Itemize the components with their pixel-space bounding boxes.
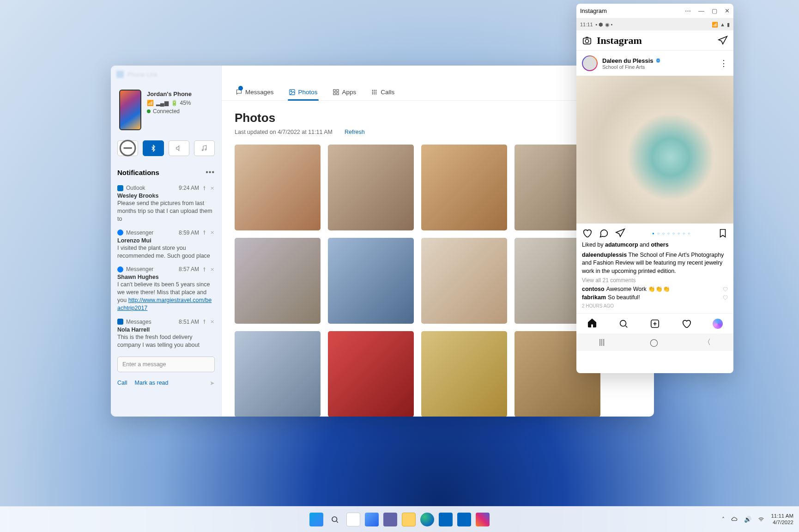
android-status-bar: 11:11 ▪ ⬢ ◉ • 📶▲▮ (576, 18, 733, 30)
photo-thumbnail[interactable] (235, 145, 321, 230)
notifications-more-icon[interactable]: ••• (206, 168, 215, 176)
tab-messages[interactable]: Messages (235, 84, 275, 100)
taskbar-search-icon[interactable] (328, 513, 342, 526)
start-button[interactable] (309, 513, 323, 526)
nav-search-icon[interactable] (618, 319, 629, 329)
tray-volume-icon[interactable]: 🔊 (744, 516, 751, 523)
tray-onedrive-icon[interactable] (731, 516, 738, 523)
tab-photos[interactable]: Photos (288, 84, 319, 100)
nav-profile-avatar[interactable] (713, 319, 723, 329)
taskbar-center (309, 513, 490, 526)
notification-app: Outlook (126, 185, 145, 191)
pin-icon[interactable] (202, 186, 207, 191)
comment-icon[interactable] (599, 228, 609, 238)
photo-thumbnail[interactable] (421, 238, 507, 324)
notification-item[interactable]: Messenger 8:57 AM Shawn Hughes I can't b… (117, 266, 215, 312)
tray-wifi-icon[interactable] (758, 516, 764, 523)
notification-item[interactable]: Messenger 8:59 AM Lorenzo Mui I visited … (117, 230, 215, 260)
bookmark-icon[interactable] (718, 228, 728, 238)
window-minimize-icon[interactable]: — (698, 8, 704, 14)
microsoft-store-icon[interactable] (439, 513, 453, 526)
nav-add-icon[interactable] (650, 319, 660, 329)
messages-icon (117, 319, 123, 325)
close-icon[interactable] (210, 230, 215, 235)
poster-name-row[interactable]: Daleen du Plessis (602, 57, 661, 64)
post-image[interactable] (576, 76, 733, 224)
notification-item[interactable]: Messages 8:51 AM Nola Harrell This is th… (117, 319, 215, 349)
dnd-toggle[interactable] (117, 140, 138, 156)
share-icon[interactable] (615, 228, 625, 238)
tab-apps[interactable]: Apps (332, 84, 357, 100)
photo-thumbnail[interactable] (421, 145, 507, 230)
view-comments-button[interactable]: View all 21 comments (576, 276, 733, 284)
window-maximize-icon[interactable]: ▢ (712, 8, 717, 14)
notification-body: I can't believe its been 5 years since w… (117, 281, 215, 312)
phone-link-taskbar-icon[interactable] (457, 513, 471, 526)
window-more-icon[interactable]: ⋯ (685, 8, 691, 14)
notification-time: 9:24 AM (179, 185, 199, 191)
close-icon[interactable] (210, 186, 215, 191)
device-name: Jordan's Phone (147, 90, 192, 99)
comment-like-icon[interactable] (722, 286, 728, 292)
photo-thumbnail[interactable] (328, 238, 414, 324)
comment-user[interactable]: contoso (582, 286, 605, 292)
chat-icon[interactable] (383, 513, 397, 526)
caption-user[interactable]: daleenduplessis (582, 252, 627, 258)
photo-thumbnail[interactable] (328, 145, 414, 230)
comment-user[interactable]: fabrikam (582, 294, 606, 301)
refresh-button[interactable]: Refresh (345, 129, 365, 135)
call-button[interactable]: Call (117, 380, 127, 386)
nav-home-icon[interactable] (587, 318, 597, 328)
svg-point-17 (374, 94, 375, 94)
liked-by-others[interactable]: others (651, 242, 668, 248)
camera-icon[interactable] (582, 36, 592, 46)
notification-app: Messenger (126, 266, 153, 272)
android-back-icon[interactable]: 〈 (703, 338, 711, 347)
svg-point-18 (376, 94, 376, 94)
music-toggle[interactable] (194, 140, 215, 156)
volume-toggle[interactable] (169, 140, 189, 156)
device-info: Jordan's Phone 📶 ▂▄▆ 🔋 45% Connected (147, 90, 192, 130)
tray-chevron-icon[interactable]: ˄ (722, 516, 725, 523)
edge-browser-icon[interactable] (420, 513, 434, 526)
instagram-taskbar-icon[interactable] (476, 513, 490, 526)
photo-thumbnail[interactable] (421, 331, 507, 417)
instagram-titlebar[interactable]: Instagram ⋯ — ▢ ✕ (576, 4, 733, 18)
mark-read-button[interactable]: Mark as read (135, 380, 169, 386)
task-view-icon[interactable] (346, 513, 360, 526)
file-explorer-icon[interactable] (402, 513, 416, 526)
bluetooth-toggle[interactable] (143, 140, 163, 156)
close-icon[interactable] (210, 319, 215, 324)
instagram-nav (576, 313, 733, 333)
device-card[interactable]: Jordan's Phone 📶 ▂▄▆ 🔋 45% Connected (117, 87, 215, 133)
photo-thumbnail[interactable] (235, 238, 321, 324)
comment-like-icon[interactable] (722, 295, 728, 300)
post-more-icon[interactable]: ⋮ (720, 58, 728, 68)
svg-point-3 (205, 149, 206, 150)
direct-messages-icon[interactable] (718, 36, 728, 46)
windows-taskbar: ˄ 🔊 11:11 AM 4/7/2022 (0, 506, 799, 532)
photo-thumbnail[interactable] (235, 331, 321, 417)
nav-activity-icon[interactable] (681, 319, 691, 329)
pin-icon[interactable] (202, 230, 207, 235)
like-icon[interactable] (582, 228, 592, 238)
android-recents-icon[interactable]: ||| (599, 338, 605, 346)
android-home-icon[interactable]: ◯ (650, 338, 658, 347)
tab-calls[interactable]: Calls (370, 84, 395, 100)
send-icon[interactable]: ➤ (210, 380, 215, 387)
notification-link[interactable]: http://www.margiestravel.com/beachtrip20… (117, 297, 212, 311)
pin-icon[interactable] (202, 319, 207, 324)
photo-thumbnail[interactable] (328, 331, 414, 417)
liked-by-user[interactable]: adatumcorp (605, 242, 638, 248)
notification-item[interactable]: Outlook 9:24 AM Wesley Brooks Please sen… (117, 185, 215, 223)
message-input[interactable]: Enter a message (117, 357, 215, 372)
poster-avatar[interactable] (582, 55, 598, 71)
messages-badge-icon (238, 86, 243, 91)
close-icon[interactable] (210, 267, 215, 272)
window-close-icon[interactable]: ✕ (725, 8, 730, 14)
taskbar-clock[interactable]: 11:11 AM 4/7/2022 (771, 513, 793, 526)
battery-percent: 45% (180, 99, 191, 107)
verified-icon (655, 58, 661, 63)
widgets-icon[interactable] (365, 513, 379, 526)
pin-icon[interactable] (202, 267, 207, 272)
